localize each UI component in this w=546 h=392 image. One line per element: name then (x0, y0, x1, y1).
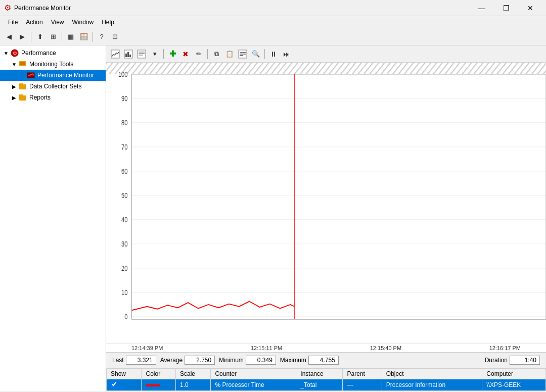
x-label-3: 12:16:17 PM (489, 345, 521, 351)
row-scale: 1.0 (175, 379, 210, 391)
window-controls: — ❐ ✕ (470, 3, 542, 13)
svg-text:20: 20 (121, 265, 127, 272)
view-options-button[interactable]: ▦ (65, 31, 77, 43)
new-window-button[interactable]: 🪟 (78, 31, 90, 43)
col-scale: Scale (175, 369, 210, 379)
monitoring-tools-icon (18, 60, 27, 69)
svg-text:100: 100 (118, 71, 128, 78)
maximum-label: Maximum (280, 357, 306, 364)
tree-performance-monitor[interactable]: Performance Monitor (0, 70, 106, 81)
tree-reports-label: Reports (29, 94, 51, 101)
stat-maximum: Maximum 4.755 (280, 356, 339, 365)
tree-dcs-label: Data Collector Sets (29, 83, 81, 90)
menu-view[interactable]: View (47, 18, 68, 27)
tree-root-label: Performance (21, 50, 56, 57)
menu-file[interactable]: File (4, 18, 22, 27)
col-computer: Computer (482, 369, 546, 379)
chart-sep-2 (207, 49, 208, 59)
row-computer: \\XPS-GEEK (482, 379, 546, 391)
svg-text:90: 90 (121, 95, 127, 103)
last-label: Last (112, 357, 124, 364)
row-color (142, 379, 175, 391)
svg-text:0: 0 (124, 313, 127, 321)
svg-text:⚙: ⚙ (13, 51, 17, 56)
pause-button[interactable]: ⏸ (267, 48, 280, 60)
copy-props-button[interactable]: ⧉ (210, 48, 222, 60)
delete-counter-button[interactable]: ✖ (179, 48, 192, 60)
main-container: ▼ ⚙ Performance ▼ Monitoring Tools Perfo… (0, 45, 546, 391)
col-show: Show (107, 369, 142, 379)
menu-bar: File Action View Window Help (0, 16, 546, 28)
menu-window[interactable]: Window (68, 18, 98, 27)
stat-average: Average 2.750 (160, 356, 215, 365)
x-axis-labels: 12:14:39 PM 12:15:11 PM 12:15:40 PM 12:1… (106, 344, 546, 352)
back-button[interactable]: ◀ (3, 31, 15, 43)
tree-perfmon-label: Performance Monitor (37, 72, 94, 79)
svg-text:10: 10 (121, 289, 127, 297)
histogram-view-button[interactable] (122, 48, 134, 60)
menu-help[interactable]: Help (98, 18, 118, 27)
tree-data-collector-sets[interactable]: ▶ Data Collector Sets (0, 81, 106, 92)
svg-rect-23 (106, 63, 546, 344)
report-view-button[interactable] (135, 48, 148, 60)
stat-minimum: Minimum 0.349 (219, 356, 276, 365)
stat-last: Last 3.321 (112, 356, 156, 365)
show-hide-button[interactable]: ⊞ (47, 31, 59, 43)
col-counter: Counter (211, 369, 296, 379)
minimum-label: Minimum (219, 357, 244, 364)
expand-icon-monitoring: ▼ (10, 62, 18, 67)
minimize-button[interactable]: — (470, 3, 493, 13)
add-counter-button[interactable]: ✚ (166, 48, 178, 60)
app-icon: ⚙ (4, 3, 11, 13)
dropdown-btn[interactable]: ▾ (149, 48, 161, 60)
next-frame-button[interactable]: ⏭ (281, 48, 293, 60)
expand-icon-reports: ▶ (10, 95, 18, 101)
svg-text:40: 40 (121, 216, 127, 224)
perfmon-icon (26, 71, 35, 80)
col-object: Object (382, 369, 482, 379)
restore-button[interactable]: ❐ (494, 3, 518, 13)
row-show (107, 379, 142, 391)
menu-action[interactable]: Action (22, 18, 47, 27)
average-label: Average (160, 357, 183, 364)
row-parent: --- (343, 379, 382, 391)
up-button[interactable]: ⬆ (34, 31, 46, 43)
svg-text:70: 70 (121, 143, 127, 151)
freeze-display-button[interactable]: 🔍 (250, 48, 262, 60)
chart-sep-3 (264, 49, 265, 59)
col-parent: Parent (343, 369, 382, 379)
show-checkbox[interactable] (111, 381, 117, 387)
duration-label: Duration (485, 357, 508, 364)
content-panel: ▾ ✚ ✖ ✏ ⧉ 📋 🔍 ⏸ ⏭ (106, 45, 546, 391)
tree-reports[interactable]: ▶ Reports (0, 92, 106, 103)
title-bar: ⚙ Performance Monitor — ❐ ✕ (0, 0, 546, 16)
tree-root-performance[interactable]: ▼ ⚙ Performance (0, 47, 106, 59)
performance-chart: 100 90 80 70 60 50 40 30 20 10 0 (106, 63, 546, 344)
tree-panel: ▼ ⚙ Performance ▼ Monitoring Tools Perfo… (0, 45, 106, 391)
highlight-button[interactable]: ✏ (193, 48, 205, 60)
forward-button[interactable]: ▶ (16, 31, 28, 43)
paste-counter-button[interactable]: 📋 (223, 48, 236, 60)
x-label-1: 12:15:11 PM (251, 345, 282, 351)
performance-icon: ⚙ (10, 48, 19, 58)
stats-bar: Last 3.321 Average 2.750 Minimum 0.349 M… (106, 352, 546, 368)
stat-duration: Duration 1:40 (485, 356, 540, 365)
expand-icon-dcs: ▶ (10, 84, 18, 89)
graph-view-button[interactable] (109, 48, 121, 60)
svg-rect-3 (20, 62, 25, 65)
svg-rect-14 (138, 50, 146, 58)
svg-rect-13 (129, 55, 131, 57)
duration-value: 1:40 (510, 356, 540, 365)
table-row[interactable]: 1.0 % Processor Time _Total --- Processo… (107, 379, 546, 391)
close-button[interactable]: ✕ (519, 3, 542, 13)
help-button[interactable]: ? (96, 31, 108, 43)
toolbar-separator-1 (31, 32, 31, 42)
svg-text:50: 50 (121, 192, 127, 200)
x-label-2: 12:15:40 PM (370, 345, 401, 351)
extra-button[interactable]: ⊡ (109, 31, 121, 43)
toolbar-separator-3 (93, 32, 93, 42)
properties-button[interactable] (237, 48, 249, 60)
svg-rect-11 (125, 54, 127, 57)
toolbar-separator-2 (62, 32, 62, 42)
tree-monitoring-tools[interactable]: ▼ Monitoring Tools (0, 59, 106, 70)
